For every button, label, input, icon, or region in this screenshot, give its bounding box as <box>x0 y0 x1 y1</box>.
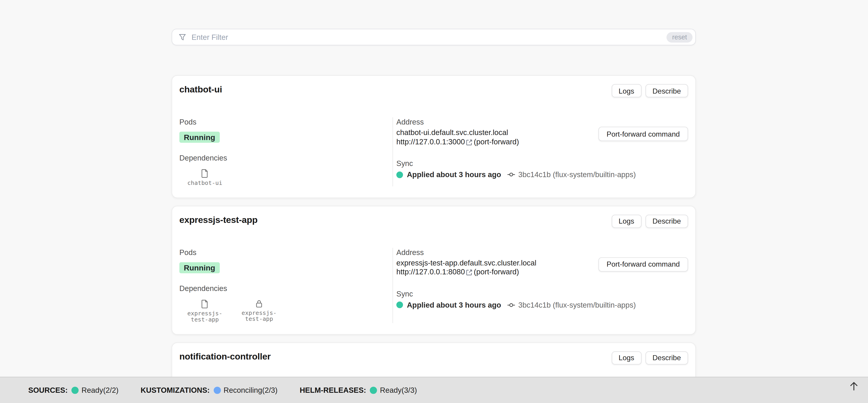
sync-revision: 3bc14c1b (flux-system/builtin-apps) <box>518 301 636 309</box>
dependency-node: expressjs-test-app <box>236 299 282 323</box>
port-forward-command-button[interactable]: Port-forward command <box>598 127 688 141</box>
dependency-node: expressjs-test-app <box>182 299 228 323</box>
status-item-kustomizations: KUSTOMIZATIONS: Reconciling(2/3) <box>141 386 278 394</box>
app-card-expressjs-test-app: expressjs-test-app Logs Describe Pods Ru… <box>172 206 696 334</box>
helm-releases-status-value: Ready(3/3) <box>380 386 417 394</box>
logs-button[interactable]: Logs <box>612 214 642 228</box>
logs-button[interactable]: Logs <box>612 84 642 97</box>
dependency-name: expressjs-test-app <box>236 309 282 322</box>
arrow-up-icon <box>849 381 858 391</box>
filter-reset-button[interactable]: reset <box>666 32 692 42</box>
commit-icon <box>507 302 515 307</box>
describe-button[interactable]: Describe <box>645 84 688 97</box>
address-label: Address <box>396 117 688 127</box>
external-link-icon <box>466 139 472 145</box>
sync-status-dot <box>396 301 403 308</box>
scroll-to-top-button[interactable] <box>846 379 861 394</box>
dependencies-label: Dependencies <box>179 283 387 293</box>
port-forward-link[interactable]: http://127.0.0.1:3000 <box>396 137 465 147</box>
app-card-chatbot-ui: chatbot-ui Logs Describe Pods Running De… <box>172 75 696 198</box>
kustomizations-status-value: Reconciling(2/3) <box>223 386 278 394</box>
pods-label: Pods <box>179 247 387 257</box>
port-forward-suffix: (port-forward) <box>474 137 519 147</box>
dependency-name: expressjs-test-app <box>182 310 228 323</box>
card-title: chatbot-ui <box>179 84 222 95</box>
status-item-sources: SOURCES: Ready(2/2) <box>28 386 119 394</box>
external-link-icon <box>466 270 472 276</box>
kustomizations-status-dot <box>214 387 221 394</box>
sync-status-dot <box>396 171 403 178</box>
dependencies-label: Dependencies <box>179 153 387 163</box>
sources-label: SOURCES: <box>28 386 68 394</box>
status-item-helm-releases: HELM-RELEASES: Ready(3/3) <box>300 386 417 394</box>
sync-label: Sync <box>396 289 688 299</box>
helm-releases-label: HELM-RELEASES: <box>300 386 366 394</box>
sync-applied-text: Applied about 3 hours ago <box>407 170 501 178</box>
pods-label: Pods <box>179 117 387 127</box>
sync-revision: 3bc14c1b (flux-system/builtin-apps) <box>518 170 636 178</box>
filter-input[interactable] <box>190 29 666 45</box>
address-label: Address <box>396 247 688 257</box>
sources-status-dot <box>71 387 79 394</box>
describe-button[interactable]: Describe <box>645 214 688 228</box>
lock-icon <box>255 299 263 308</box>
card-list: chatbot-ui Logs Describe Pods Running De… <box>172 75 696 403</box>
commit-icon <box>507 172 515 177</box>
sync-label: Sync <box>396 159 688 168</box>
funnel-icon <box>179 33 186 41</box>
app-viewport: reset chatbot-ui Logs Describe Pods Runn… <box>0 0 868 403</box>
pod-status-badge: Running <box>179 132 220 143</box>
pod-status-badge: Running <box>179 262 220 273</box>
port-forward-command-button[interactable]: Port-forward command <box>598 257 688 271</box>
helm-releases-status-dot <box>370 387 377 394</box>
file-icon <box>201 299 209 308</box>
kustomizations-label: KUSTOMIZATIONS: <box>141 386 210 394</box>
card-title: expressjs-test-app <box>179 214 257 225</box>
card-title: notification-controller <box>179 351 271 362</box>
port-forward-link[interactable]: http://127.0.0.1:8080 <box>396 268 465 277</box>
file-icon <box>201 169 209 178</box>
dependency-node: chatbot-ui <box>182 169 228 186</box>
dependency-name: chatbot-ui <box>187 180 222 186</box>
logs-button[interactable]: Logs <box>612 351 642 364</box>
status-bar: SOURCES: Ready(2/2) KUSTOMIZATIONS: Reco… <box>0 377 868 403</box>
sources-status-value: Ready(2/2) <box>82 386 119 394</box>
port-forward-suffix: (port-forward) <box>474 268 519 277</box>
describe-button[interactable]: Describe <box>645 351 688 364</box>
sync-applied-text: Applied about 3 hours ago <box>407 301 501 309</box>
filter-bar: reset <box>172 29 696 45</box>
